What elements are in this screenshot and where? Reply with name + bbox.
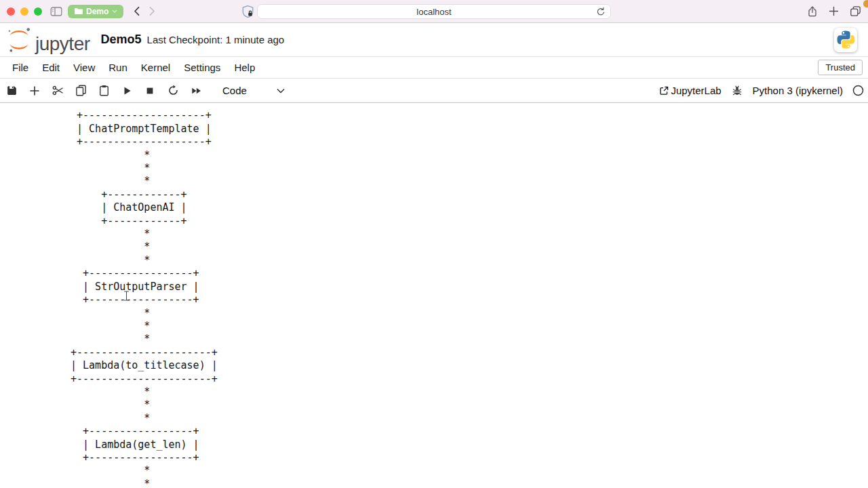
jupyter-logo[interactable]: jupyter (7, 26, 90, 54)
notebook-toolbar: Code JupyterLab (0, 79, 868, 103)
open-in-jupyterlab-link[interactable]: JupyterLab (658, 85, 721, 96)
reload-icon (596, 7, 606, 17)
checkpoint-status: Last Checkpoint: 1 minute ago (147, 34, 285, 45)
menu-file[interactable]: File (5, 58, 35, 77)
interrupt-icon (144, 85, 155, 96)
tab-overview-button[interactable] (850, 5, 861, 17)
chevron-down-icon (277, 88, 285, 94)
insert-cell-button[interactable] (28, 85, 41, 97)
back-button[interactable] (133, 6, 140, 16)
reload-button[interactable] (596, 7, 606, 17)
insert-cell-icon (29, 85, 40, 96)
trusted-button[interactable]: Trusted (818, 60, 863, 75)
menu-settings[interactable]: Settings (177, 58, 227, 77)
restart-run-all-button[interactable] (190, 85, 202, 97)
notebook-menubar: File Edit View Run Kernel Settings Help … (0, 57, 868, 79)
interrupt-kernel-button[interactable] (144, 85, 156, 97)
jupyter-logo-icon (7, 26, 31, 54)
sidebar-toggle-button[interactable] (50, 6, 62, 17)
browser-chrome: Demo (0, 0, 868, 23)
new-tab-icon (829, 6, 839, 16)
address-url: localhost (416, 7, 451, 17)
chevron-down-icon (112, 9, 117, 13)
safari-window: Demo (0, 0, 868, 488)
copy-icon (75, 85, 87, 96)
new-tab-button[interactable] (829, 6, 839, 16)
text-cursor (123, 291, 130, 301)
menu-run[interactable]: Run (102, 58, 134, 77)
save-icon (6, 85, 18, 96)
menu-kernel[interactable]: Kernel (134, 58, 177, 77)
forward-icon (149, 6, 156, 16)
zoom-window-button[interactable] (34, 7, 42, 16)
address-bar[interactable]: localhost (257, 4, 611, 19)
paste-icon (98, 85, 110, 96)
restart-run-all-icon (191, 85, 202, 96)
tab-label: Demo (86, 7, 108, 16)
share-button[interactable] (807, 5, 818, 18)
restart-kernel-button[interactable] (167, 85, 179, 97)
cell-output-ascii-graph[interactable]: * +--------------------+ | ChatPromptTem… (71, 103, 868, 488)
share-icon (807, 5, 818, 18)
debugger-button[interactable] (731, 85, 743, 97)
cell-type-value: Code (222, 85, 247, 96)
close-window-button[interactable] (7, 7, 15, 16)
minimize-window-button[interactable] (20, 7, 28, 16)
kernel-name[interactable]: Python 3 (ipykernel) (753, 85, 843, 96)
jupyterlab-link-label: JupyterLab (671, 85, 721, 96)
run-cell-button[interactable] (121, 85, 133, 97)
sidebar-toggle-icon (50, 6, 62, 17)
paste-cell-button[interactable] (98, 85, 110, 97)
run-icon (121, 85, 132, 96)
browser-tab-demo[interactable]: Demo (68, 5, 123, 18)
cell-type-dropdown[interactable]: Code (222, 85, 285, 96)
forward-button[interactable] (149, 6, 156, 16)
cut-icon (52, 85, 64, 96)
back-icon (133, 6, 140, 16)
external-link-icon (658, 85, 669, 96)
menu-edit[interactable]: Edit (35, 58, 66, 77)
notification-badge (863, 0, 868, 7)
privacy-shield-icon (241, 5, 254, 19)
menu-view[interactable]: View (66, 58, 102, 77)
menu-help[interactable]: Help (227, 58, 262, 77)
tab-overview-icon (850, 5, 861, 17)
kernel-status-icon (852, 85, 864, 96)
python-logo (834, 28, 857, 52)
debugger-icon (732, 85, 743, 96)
jupyter-wordmark: jupyter (35, 33, 90, 55)
privacy-report-button[interactable] (241, 5, 254, 19)
save-button[interactable] (5, 85, 18, 97)
jupyter-header: jupyter Demo5 Last Checkpoint: 1 minute … (0, 23, 868, 57)
notebook-title[interactable]: Demo5 (101, 33, 142, 47)
restart-icon (167, 85, 179, 96)
copy-cell-button[interactable] (75, 85, 87, 97)
folder-icon (74, 7, 83, 15)
cut-cell-button[interactable] (52, 85, 64, 97)
notebook-content-area: * +--------------------+ | ChatPromptTem… (0, 103, 868, 488)
traffic-lights (7, 7, 42, 16)
